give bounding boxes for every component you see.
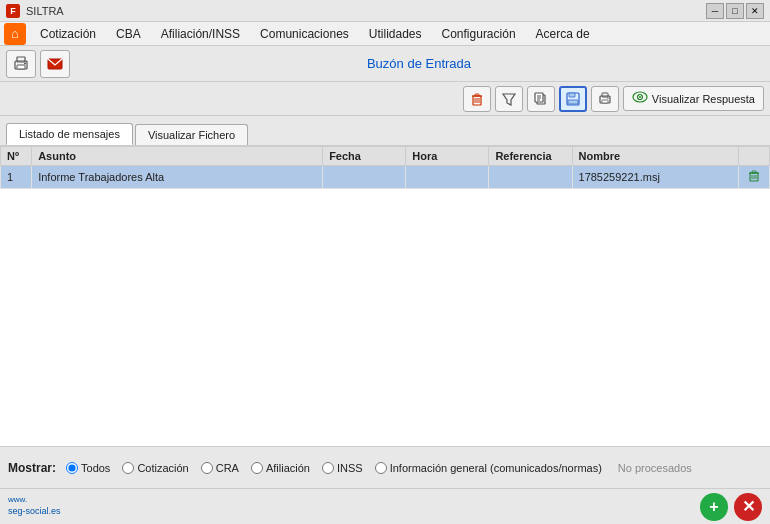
- cell-nombre: 1785259221.msj: [572, 166, 738, 189]
- no-procesados-label: No procesados: [618, 462, 692, 474]
- svg-rect-19: [568, 100, 578, 104]
- col-referencia: Referencia: [489, 147, 572, 166]
- svg-point-3: [24, 62, 26, 64]
- action-toolbar: Visualizar Respuesta: [0, 82, 770, 116]
- svg-rect-2: [17, 65, 25, 69]
- svg-rect-18: [569, 93, 575, 97]
- cell-asunto: Informe Trabajadores Alta: [32, 166, 323, 189]
- footer-close-button[interactable]: ✕: [734, 493, 762, 521]
- menu-comunicaciones[interactable]: Comunicaciones: [250, 24, 359, 44]
- close-button[interactable]: ✕: [746, 3, 764, 19]
- radio-inss[interactable]: INSS: [322, 462, 363, 474]
- mostrar-label: Mostrar:: [8, 461, 56, 475]
- bottom-bar: Mostrar: Todos Cotización CRA Afiliación…: [0, 446, 770, 488]
- cell-num: 1: [1, 166, 32, 189]
- menu-configuracion[interactable]: Configuración: [432, 24, 526, 44]
- row-delete-icon[interactable]: [738, 166, 769, 189]
- svg-rect-22: [602, 100, 608, 103]
- col-action: [738, 147, 769, 166]
- filter-button[interactable]: [495, 86, 523, 112]
- svg-rect-32: [752, 171, 756, 173]
- col-hora: Hora: [406, 147, 489, 166]
- email-toolbar-button[interactable]: [40, 50, 70, 78]
- radio-cra[interactable]: CRA: [201, 462, 239, 474]
- delete-button[interactable]: [463, 86, 491, 112]
- menu-utilidades[interactable]: Utilidades: [359, 24, 432, 44]
- print-toolbar-button[interactable]: [6, 50, 36, 78]
- copy-button[interactable]: [527, 86, 555, 112]
- home-icon[interactable]: ⌂: [4, 23, 26, 45]
- svg-point-26: [639, 96, 641, 98]
- inbox-title: Buzón de Entrada: [74, 56, 764, 71]
- cell-referencia: [489, 166, 572, 189]
- table-row[interactable]: 1 Informe Trabajadores Alta 1785259221.m…: [1, 166, 770, 189]
- footer-logo-www: www.: [8, 495, 61, 505]
- title-bar: F SILTRA ─ □ ✕: [0, 0, 770, 22]
- tab-bar: Listado de mensajes Visualizar Fichero: [0, 116, 770, 146]
- radio-informacion-general[interactable]: Información general (comunicados/normas): [375, 462, 602, 474]
- footer-logo-domain: seg-social.es: [8, 506, 61, 518]
- content-area: Nº Asunto Fecha Hora Referencia Nombre 1…: [0, 146, 770, 446]
- menu-bar: ⌂ Cotización CBA Afiliación/INSS Comunic…: [0, 22, 770, 46]
- visualizar-respuesta-button[interactable]: Visualizar Respuesta: [623, 86, 764, 111]
- menu-cotizacion[interactable]: Cotización: [30, 24, 106, 44]
- tab-visualizar-fichero[interactable]: Visualizar Fichero: [135, 124, 248, 145]
- main-toolbar: Buzón de Entrada: [0, 46, 770, 82]
- footer-add-button[interactable]: +: [700, 493, 728, 521]
- filter-radio-group: Todos Cotización CRA Afiliación INSS Inf…: [66, 462, 692, 474]
- col-fecha: Fecha: [323, 147, 406, 166]
- menu-cba[interactable]: CBA: [106, 24, 151, 44]
- col-asunto: Asunto: [32, 147, 323, 166]
- minimize-button[interactable]: ─: [706, 3, 724, 19]
- radio-afiliacion[interactable]: Afiliación: [251, 462, 310, 474]
- footer-buttons: + ✕: [700, 493, 762, 521]
- cell-fecha: [323, 166, 406, 189]
- menu-afiliacion[interactable]: Afiliación/INSS: [151, 24, 250, 44]
- radio-todos[interactable]: Todos: [66, 462, 110, 474]
- svg-point-23: [607, 97, 609, 99]
- tab-listado-mensajes[interactable]: Listado de mensajes: [6, 123, 133, 145]
- radio-cotizacion[interactable]: Cotización: [122, 462, 188, 474]
- app-title: SILTRA: [26, 5, 64, 17]
- col-nombre: Nombre: [572, 147, 738, 166]
- footer-logo: www. seg-social.es: [8, 495, 61, 517]
- svg-marker-11: [503, 94, 515, 105]
- svg-rect-10: [475, 94, 479, 96]
- print-action-button[interactable]: [591, 86, 619, 112]
- cell-hora: [406, 166, 489, 189]
- menu-acerca[interactable]: Acerca de: [526, 24, 600, 44]
- col-num: Nº: [1, 147, 32, 166]
- message-table: Nº Asunto Fecha Hora Referencia Nombre 1…: [0, 146, 770, 189]
- visualizar-label: Visualizar Respuesta: [652, 93, 755, 105]
- save-button[interactable]: [559, 86, 587, 112]
- footer-bar: www. seg-social.es + ✕: [0, 488, 770, 524]
- app-icon: F: [6, 4, 20, 18]
- message-table-container: Nº Asunto Fecha Hora Referencia Nombre 1…: [0, 146, 770, 446]
- maximize-button[interactable]: □: [726, 3, 744, 19]
- eye-icon: [632, 91, 648, 106]
